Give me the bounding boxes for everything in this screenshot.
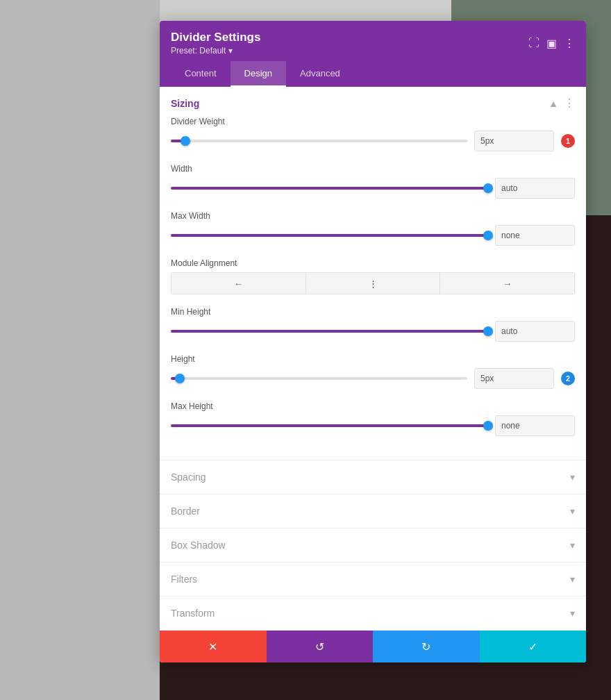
width-input[interactable] (495, 178, 575, 199)
transform-chevron: ▾ (570, 608, 575, 619)
height-track (171, 377, 467, 380)
width-label: Width (171, 164, 575, 174)
module-alignment-controls: ← ⋮ → (171, 272, 575, 294)
max-height-thumb[interactable] (483, 421, 493, 431)
divider-weight-slider-container[interactable] (171, 134, 467, 148)
height-thumb[interactable] (175, 374, 185, 383)
max-width-slider-container[interactable] (171, 228, 488, 242)
max-height-input[interactable] (495, 415, 575, 436)
min-height-row: Min Height (171, 307, 575, 342)
split-icon[interactable]: ▣ (546, 37, 557, 50)
sizing-title: Sizing (171, 98, 199, 109)
divider-weight-label: Divider Weight (171, 117, 575, 126)
undo-button[interactable]: ↺ (267, 631, 374, 662)
width-thumb[interactable] (483, 183, 493, 193)
max-width-fill (171, 234, 488, 237)
sizing-content: Divider Weight 1 Width (160, 117, 586, 460)
alignment-group: ← ⋮ → (171, 272, 575, 294)
height-label: Height (171, 354, 575, 364)
redo-button[interactable]: ↻ (373, 631, 480, 662)
border-header[interactable]: Border ▾ (160, 494, 586, 528)
module-alignment-row: Module Alignment ← ⋮ → (171, 258, 575, 294)
width-slider-container[interactable] (171, 181, 488, 195)
divider-weight-track (171, 140, 467, 142)
box-shadow-section: Box Shadow ▾ (160, 528, 586, 562)
background-left (0, 0, 160, 700)
align-right-btn[interactable]: → (440, 273, 574, 294)
max-height-fill (171, 424, 488, 427)
divider-weight-row: Divider Weight 1 (171, 117, 575, 151)
height-row: Height 2 (171, 354, 575, 389)
transform-label: Transform (171, 608, 215, 619)
transform-section: Transform ▾ (160, 597, 586, 631)
max-width-label: Max Width (171, 211, 575, 221)
panel-header-top: Divider Settings Preset: Default ⛶ ▣ ⋮ (171, 31, 575, 56)
width-fill (171, 187, 488, 190)
sizing-controls: ▲ ⋮ (549, 97, 575, 110)
box-shadow-header[interactable]: Box Shadow ▾ (160, 528, 586, 562)
fullscreen-icon[interactable]: ⛶ (528, 37, 539, 49)
min-height-track (171, 330, 488, 333)
header-icons: ⛶ ▣ ⋮ (528, 37, 575, 50)
sizing-section-header[interactable]: Sizing ▲ ⋮ (160, 87, 586, 117)
module-alignment-label: Module Alignment (171, 258, 575, 268)
panel-footer: ✕ ↺ ↻ ✓ (160, 631, 586, 662)
divider-weight-thumb[interactable] (181, 136, 190, 146)
max-width-input[interactable] (495, 225, 575, 246)
max-height-track (171, 424, 488, 427)
spacing-header[interactable]: Spacing ▾ (160, 460, 586, 494)
panel-tabs: Content Design Advanced (171, 61, 575, 87)
divider-weight-controls: 1 (171, 131, 575, 151)
min-height-label: Min Height (171, 307, 575, 317)
save-button[interactable]: ✓ (480, 631, 587, 662)
width-track (171, 187, 488, 190)
spacing-section: Spacing ▾ (160, 460, 586, 494)
max-width-thumb[interactable] (483, 231, 493, 240)
tab-advanced[interactable]: Advanced (286, 61, 354, 87)
divider-weight-input[interactable] (474, 131, 554, 151)
min-height-input[interactable] (495, 321, 575, 342)
more-icon[interactable]: ⋮ (564, 37, 575, 50)
max-width-row: Max Width (171, 211, 575, 246)
height-badge: 2 (561, 372, 575, 385)
box-shadow-label: Box Shadow (171, 540, 226, 551)
panel-body: Sizing ▲ ⋮ Divider Weight (160, 87, 586, 631)
min-height-thumb[interactable] (483, 326, 493, 336)
cancel-button[interactable]: ✕ (160, 631, 267, 662)
panel-header: Divider Settings Preset: Default ⛶ ▣ ⋮ C… (160, 21, 586, 87)
align-left-btn[interactable]: ← (171, 273, 306, 294)
filters-chevron: ▾ (570, 574, 575, 585)
panel-title-block: Divider Settings Preset: Default (171, 31, 260, 56)
height-controls: 2 (171, 368, 575, 389)
spacing-label: Spacing (171, 472, 206, 483)
panel-preset[interactable]: Preset: Default (171, 46, 260, 56)
min-height-controls (171, 321, 575, 342)
max-height-controls (171, 415, 575, 436)
width-controls (171, 178, 575, 199)
min-height-slider-container[interactable] (171, 324, 488, 338)
box-shadow-chevron: ▾ (570, 540, 575, 551)
max-height-slider-container[interactable] (171, 419, 488, 433)
settings-panel: Divider Settings Preset: Default ⛶ ▣ ⋮ C… (160, 21, 586, 662)
border-section: Border ▾ (160, 494, 586, 528)
filters-label: Filters (171, 574, 197, 585)
width-row: Width (171, 164, 575, 199)
filters-header[interactable]: Filters ▾ (160, 562, 586, 596)
sizing-section: Sizing ▲ ⋮ Divider Weight (160, 87, 586, 460)
border-chevron: ▾ (570, 506, 575, 517)
min-height-fill (171, 330, 488, 333)
align-center-btn[interactable]: ⋮ (306, 273, 441, 294)
height-slider-container[interactable] (171, 372, 467, 385)
sizing-more[interactable]: ⋮ (564, 97, 575, 110)
max-height-row: Max Height (171, 401, 575, 436)
tab-design[interactable]: Design (231, 61, 286, 87)
max-height-label: Max Height (171, 401, 575, 411)
tab-content[interactable]: Content (171, 61, 231, 87)
max-width-controls (171, 225, 575, 246)
spacing-chevron: ▾ (570, 472, 575, 483)
panel-title: Divider Settings (171, 31, 260, 44)
sizing-chevron-up[interactable]: ▲ (549, 98, 558, 109)
transform-header[interactable]: Transform ▾ (160, 597, 586, 630)
border-label: Border (171, 506, 200, 517)
height-input[interactable] (474, 368, 554, 389)
